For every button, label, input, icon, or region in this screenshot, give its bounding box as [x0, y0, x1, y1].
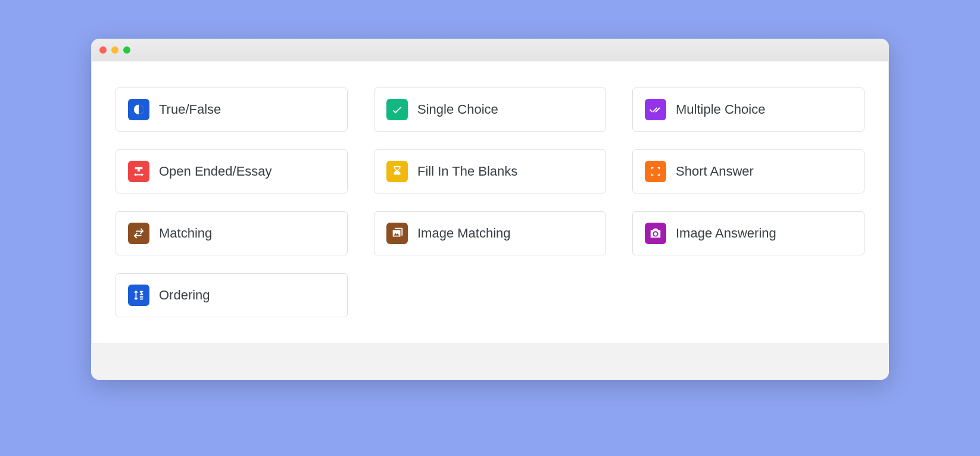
question-type-single-choice[interactable]: Single Choice: [374, 88, 606, 132]
question-type-label: Ordering: [159, 288, 210, 303]
titlebar: [91, 39, 889, 61]
question-type-short-answer[interactable]: Short Answer: [632, 149, 864, 193]
question-type-label: True/False: [159, 102, 221, 117]
question-type-image-matching[interactable]: Image Matching: [374, 211, 606, 255]
question-type-label: Fill In The Blanks: [417, 164, 517, 179]
window-controls: [99, 46, 130, 54]
question-type-label: Matching: [159, 226, 212, 241]
check-icon: [386, 99, 408, 120]
sort-az-icon: [128, 285, 149, 306]
question-type-label: Single Choice: [417, 102, 498, 117]
question-type-open-ended-essay[interactable]: Open Ended/Essay: [116, 149, 348, 193]
swap-icon: [128, 223, 149, 244]
question-type-fill-in-the-blanks[interactable]: Fill In The Blanks: [374, 149, 606, 193]
images-icon: [386, 223, 408, 244]
close-window-button[interactable]: [99, 46, 107, 54]
double-check-icon: [645, 99, 666, 120]
question-type-label: Image Matching: [417, 226, 511, 241]
question-type-image-answering[interactable]: Image Answering: [632, 211, 864, 255]
question-type-label: Multiple Choice: [676, 102, 765, 117]
hourglass-icon: [386, 161, 408, 182]
minimize-window-button[interactable]: [111, 46, 118, 54]
camera-icon: [645, 223, 666, 244]
text-width-icon: [128, 161, 149, 182]
compress-icon: [645, 161, 666, 182]
question-type-multiple-choice[interactable]: Multiple Choice: [632, 88, 864, 132]
content-wrap: True/FalseSingle ChoiceMultiple ChoiceOp…: [91, 61, 889, 380]
question-type-label: Image Answering: [676, 226, 776, 241]
question-type-true-false[interactable]: True/False: [116, 88, 348, 132]
app-window: True/FalseSingle ChoiceMultiple ChoiceOp…: [91, 39, 889, 380]
maximize-window-button[interactable]: [123, 46, 130, 54]
question-type-matching[interactable]: Matching: [116, 211, 348, 255]
svg-rect-1: [654, 170, 657, 173]
half-circle-icon: [128, 99, 149, 120]
question-type-label: Short Answer: [676, 164, 754, 179]
footer-strip: [91, 344, 889, 380]
question-type-ordering[interactable]: Ordering: [116, 273, 348, 317]
question-type-label: Open Ended/Essay: [159, 164, 272, 179]
question-type-picker: True/FalseSingle ChoiceMultiple ChoiceOp…: [91, 61, 889, 344]
